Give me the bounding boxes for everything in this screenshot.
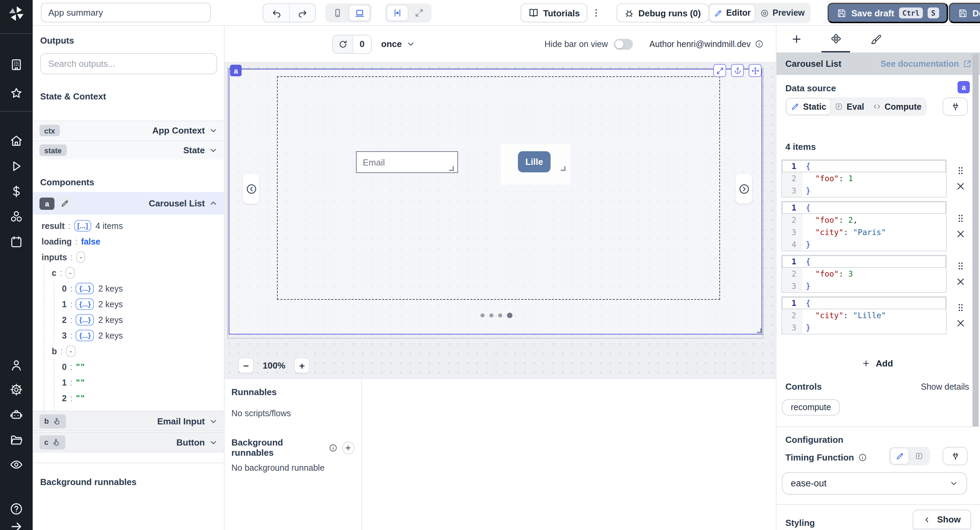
output-tree-row[interactable]: 2:{...}2 keys	[40, 312, 224, 328]
output-tree-row[interactable]: b:-	[40, 343, 224, 359]
output-tree-row[interactable]: inputs:-	[40, 249, 224, 265]
chevron-down-icon[interactable]	[209, 146, 218, 155]
item-json-editor[interactable]: 1{2 "foo": 2,3 "city": "Paris"4}	[781, 201, 947, 251]
expand-chip[interactable]: {...}	[76, 314, 94, 326]
home-icon[interactable]	[10, 134, 23, 148]
remove-item-button[interactable]	[955, 276, 966, 287]
expand-component-button[interactable]	[713, 64, 726, 77]
carousel-next-button[interactable]	[736, 174, 752, 204]
styling-tab[interactable]	[856, 26, 895, 53]
user-icon[interactable]	[10, 358, 23, 372]
code-line[interactable]: 1{	[782, 255, 946, 268]
desktop-view-button[interactable]	[349, 5, 369, 21]
output-tree-row[interactable]: loading:false	[40, 234, 224, 249]
resize-handle[interactable]	[561, 166, 566, 171]
resize-handle[interactable]	[449, 166, 454, 171]
remove-item-button[interactable]	[955, 181, 966, 192]
info-icon[interactable]	[858, 453, 867, 462]
component-b-row[interactable]: b Email Input	[33, 411, 224, 431]
output-tree-row[interactable]: 1:{...}2 keys	[40, 296, 224, 312]
carousel-prev-button[interactable]	[243, 174, 259, 204]
edit-component-button[interactable]	[58, 196, 72, 211]
insert-tab[interactable]	[776, 26, 816, 53]
refresh-count-button[interactable]: 0	[332, 34, 372, 53]
chevron-up-icon[interactable]	[209, 199, 218, 208]
help-icon[interactable]	[10, 502, 23, 516]
frequency-dropdown[interactable]: once	[381, 39, 415, 49]
search-outputs-input[interactable]	[40, 53, 217, 74]
carousel-dot[interactable]	[507, 313, 512, 318]
carousel-item-container[interactable]	[277, 76, 720, 300]
code-line[interactable]: 4}	[782, 238, 946, 251]
code-line[interactable]: 1{	[782, 297, 946, 309]
add-background-runnable-button[interactable]	[342, 441, 355, 454]
code-line[interactable]: 2 "foo": 1	[782, 172, 946, 185]
code-line[interactable]: 3}	[782, 322, 946, 334]
redo-button[interactable]	[289, 4, 315, 22]
expand-chip[interactable]: -	[76, 251, 86, 263]
output-tree-row[interactable]: 1:""	[40, 375, 224, 390]
anchor-component-button[interactable]	[731, 64, 744, 77]
chevron-down-icon[interactable]	[209, 126, 218, 135]
carousel-dot[interactable]	[480, 313, 485, 318]
output-tree-row[interactable]: 2:""	[40, 390, 224, 406]
component-c-row[interactable]: c Button	[33, 432, 224, 452]
carousel-dots[interactable]	[480, 313, 514, 318]
cubes-icon[interactable]	[10, 210, 23, 223]
eye-icon[interactable]	[10, 458, 23, 471]
item-json-editor[interactable]: 1{2 "foo": 13}	[781, 160, 947, 198]
carousel-dot[interactable]	[498, 313, 502, 318]
code-line[interactable]: 2 "foo": 3	[782, 268, 946, 280]
remove-item-button[interactable]	[955, 318, 966, 328]
dollar-icon[interactable]	[10, 185, 23, 198]
tutorials-button[interactable]: Tutorials	[520, 3, 587, 22]
expand-chip[interactable]: -	[66, 345, 75, 357]
calendar-icon[interactable]	[10, 235, 23, 249]
expand-chip[interactable]: {...}	[76, 330, 94, 341]
zoom-in-button[interactable]: +	[294, 358, 310, 373]
undo-button[interactable]	[263, 4, 289, 22]
chevron-down-icon[interactable]	[209, 438, 218, 447]
eval-mode-button[interactable]: Eval	[830, 99, 868, 115]
component-id-tag[interactable]: a	[230, 65, 242, 76]
connect-data-button[interactable]	[943, 97, 968, 116]
info-icon[interactable]	[328, 443, 337, 452]
debug-runs-button[interactable]: Debug runs (0)	[617, 3, 708, 22]
zoom-out-button[interactable]: −	[238, 358, 254, 373]
preview-tab[interactable]: Preview	[756, 5, 809, 21]
gear-icon[interactable]	[10, 383, 23, 396]
star-icon[interactable]	[10, 86, 23, 100]
drag-handle-icon[interactable]	[955, 213, 966, 223]
app-summary-input[interactable]	[41, 3, 211, 22]
editor-tab[interactable]: Editor	[710, 5, 755, 21]
arrow-right-icon[interactable]	[10, 520, 23, 530]
output-tree-row[interactable]: 0:{...}2 keys	[40, 281, 224, 296]
settings-tab[interactable]	[816, 26, 856, 53]
output-tree-row[interactable]: c:-	[40, 265, 224, 281]
recompute-button[interactable]: recompute	[782, 399, 840, 415]
code-line[interactable]: 3 "city": "Paris"	[782, 226, 946, 238]
add-item-button[interactable]: Add	[785, 358, 969, 369]
windmill-logo-icon[interactable]	[8, 5, 25, 22]
expand-chip[interactable]: -	[66, 267, 75, 279]
component-resize-handle[interactable]	[757, 328, 762, 333]
code-line[interactable]: 1{	[782, 160, 946, 172]
code-line[interactable]: 2 "city": "Lille"	[782, 309, 946, 322]
kebab-menu-button[interactable]	[591, 8, 601, 18]
code-line[interactable]: 3}	[782, 280, 946, 292]
output-tree-row[interactable]: 0:""	[40, 359, 224, 375]
fullscreen-layout-button[interactable]	[409, 5, 430, 21]
robot-icon[interactable]	[10, 408, 23, 422]
drag-handle-icon[interactable]	[955, 166, 966, 176]
carousel-dot[interactable]	[489, 313, 493, 318]
eval-timing-button[interactable]	[910, 448, 928, 464]
compute-mode-button[interactable]: Compute	[869, 99, 926, 115]
item-json-editor[interactable]: 1{2 "foo": 33}	[781, 255, 947, 293]
output-tree-row[interactable]: result:[...]4 items	[40, 218, 224, 234]
timing-function-select[interactable]: ease-out	[782, 472, 967, 495]
app-canvas[interactable]: a Lille − 100% +	[224, 62, 776, 378]
email-input-component[interactable]	[356, 151, 458, 173]
remove-item-button[interactable]	[955, 229, 966, 239]
code-line[interactable]: 3}	[782, 185, 946, 197]
deploy-button[interactable]: Deploy	[949, 3, 980, 23]
